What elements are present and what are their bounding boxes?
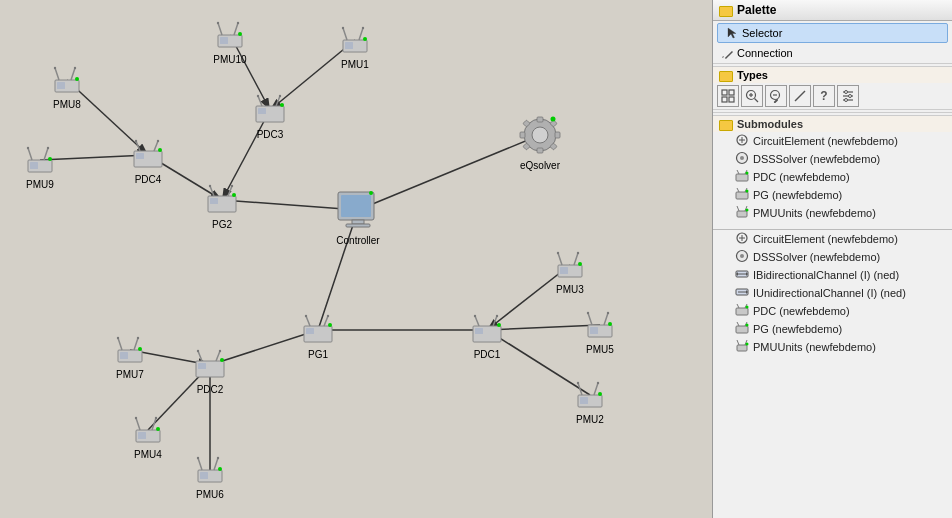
svg-point-86: [598, 392, 602, 396]
types-tool-settings[interactable]: [837, 85, 859, 107]
submod-icon2-unidir: [735, 285, 749, 301]
svg-line-164: [737, 206, 739, 211]
types-tool-zoom-in[interactable]: [741, 85, 763, 107]
submod-label: DSSSolver (newfebdemo): [753, 153, 880, 165]
svg-point-125: [197, 457, 199, 459]
divider1: [713, 63, 952, 64]
zoom-in-icon: [745, 89, 759, 103]
types-tool-question[interactable]: ?: [813, 85, 835, 107]
submod-label: CircuitElement (newfebdemo): [753, 135, 898, 147]
submodules-group2: CircuitElement (newfebdemo)DSSSolver (ne…: [713, 230, 952, 356]
node-pmu6[interactable]: PMU6: [192, 454, 228, 500]
submod-item2-unidir[interactable]: IUnidirectionalChannel (I) (ned): [713, 284, 952, 302]
svg-point-120: [155, 417, 157, 419]
node-pmu5[interactable]: PMU5: [582, 309, 618, 355]
submod-item-pmu[interactable]: PMUUnits (newfebdemo): [713, 204, 952, 222]
svg-point-148: [849, 95, 852, 98]
node-pmu2[interactable]: PMU2: [572, 379, 608, 425]
svg-point-20: [237, 22, 239, 24]
svg-line-33: [276, 96, 280, 106]
svg-point-147: [845, 91, 848, 94]
node-pdc1[interactable]: PDC1: [469, 314, 505, 360]
submod-item2-circuit[interactable]: CircuitElement (newfebdemo): [713, 230, 952, 248]
node-pmu3[interactable]: PMU3: [552, 249, 588, 295]
svg-line-119: [152, 418, 156, 430]
submod-item2-dss[interactable]: DSSSolver (newfebdemo): [713, 248, 952, 266]
svg-point-79: [608, 322, 612, 326]
svg-point-11: [27, 147, 29, 149]
canvas-area[interactable]: PMU8 PMU9 PMU10 PMU1: [0, 0, 712, 518]
node-pmu1[interactable]: PMU1: [337, 24, 373, 70]
node-pdc3[interactable]: PDC3: [252, 94, 288, 140]
svg-rect-2: [57, 82, 65, 89]
submod-label2: PDC (newfebdemo): [753, 305, 850, 317]
node-pg2[interactable]: PG2: [204, 184, 240, 230]
pmu5-icon: [582, 309, 618, 343]
submod-label: PDC (newfebdemo): [753, 171, 850, 183]
submod-label2: IBidirectionalChannel (I) (ned): [753, 269, 899, 281]
pmu4-label: PMU4: [134, 449, 162, 460]
submod-item-pg[interactable]: PG (newfebdemo): [713, 186, 952, 204]
svg-rect-123: [200, 472, 208, 479]
node-eqsolver[interactable]: eQsolver: [516, 113, 564, 171]
submod-item-pdc[interactable]: PDC (newfebdemo): [713, 168, 952, 186]
submod-item-circuit[interactable]: CircuitElement (newfebdemo): [713, 132, 952, 150]
svg-point-4: [54, 67, 56, 69]
palette-connection-item[interactable]: Connection: [713, 45, 952, 61]
node-pmu7[interactable]: PMU7: [112, 334, 148, 380]
pmu10-icon: [212, 19, 248, 53]
pmu3-label: PMU3: [556, 284, 584, 295]
submod-label2: CircuitElement (newfebdemo): [753, 233, 898, 245]
types-tool-grid[interactable]: [717, 85, 739, 107]
svg-point-114: [220, 358, 224, 362]
submod-item2-bidir[interactable]: IBidirectionalChannel (I) (ned): [713, 266, 952, 284]
palette-scroll[interactable]: Selector Connection Types: [713, 21, 952, 518]
types-tool-zoom-out[interactable]: [765, 85, 787, 107]
svg-point-93: [497, 323, 501, 327]
node-pg1[interactable]: PG1: [300, 314, 336, 360]
svg-point-107: [138, 347, 142, 351]
node-controller[interactable]: Controller: [334, 188, 382, 246]
node-pdc2[interactable]: PDC2: [192, 349, 228, 395]
svg-line-10: [28, 148, 32, 160]
submod-item2-pmu[interactable]: PMUUnits (newfebdemo): [713, 338, 952, 356]
palette-selector-item[interactable]: Selector: [717, 23, 948, 43]
svg-rect-102: [120, 352, 128, 359]
submod-item2-pdc[interactable]: PDC (newfebdemo): [713, 302, 952, 320]
svg-line-180: [737, 304, 739, 308]
svg-line-3: [55, 68, 59, 80]
types-folder-icon: [719, 71, 733, 82]
node-pdc4[interactable]: PDC4: [130, 139, 166, 185]
svg-point-27: [362, 27, 364, 29]
svg-rect-67: [560, 267, 568, 274]
section-divider: [713, 222, 952, 230]
svg-rect-57: [537, 117, 543, 122]
svg-rect-179: [736, 308, 748, 315]
types-tool-line[interactable]: [789, 85, 811, 107]
svg-point-13: [47, 147, 49, 149]
svg-point-166: [746, 209, 749, 212]
node-pmu9[interactable]: PMU9: [22, 144, 58, 190]
node-pmu8[interactable]: PMU8: [49, 64, 85, 110]
svg-point-149: [845, 99, 848, 102]
question-mark: ?: [820, 89, 827, 103]
submod-icon2-pg: [735, 321, 749, 337]
connections-svg: [0, 0, 712, 518]
svg-point-41: [157, 140, 159, 142]
svg-line-77: [604, 313, 608, 325]
node-pmu4[interactable]: PMU4: [130, 414, 166, 460]
svg-point-127: [217, 457, 219, 459]
svg-line-19: [234, 23, 238, 35]
node-pmu10[interactable]: PMU10: [212, 19, 248, 65]
svg-rect-135: [729, 97, 734, 102]
palette-title: Palette: [713, 0, 952, 21]
pdc1-icon: [469, 314, 505, 348]
submod-item2-pg[interactable]: PG (newfebdemo): [713, 320, 952, 338]
svg-point-72: [578, 262, 582, 266]
svg-point-71: [577, 252, 579, 254]
submod-item-dss[interactable]: DSSSolver (newfebdemo): [713, 150, 952, 168]
svg-point-106: [137, 337, 139, 339]
svg-rect-37: [136, 153, 144, 159]
pmu2-label: PMU2: [576, 414, 604, 425]
svg-line-5: [71, 68, 75, 80]
